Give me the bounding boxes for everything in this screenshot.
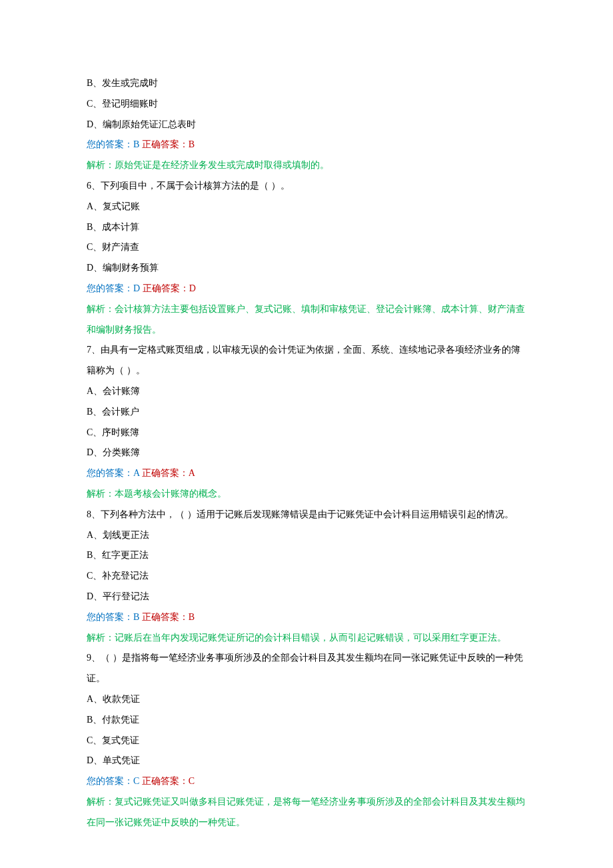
q6-option-a: A、复式记账 <box>87 197 526 217</box>
q8-option-b: B、红字更正法 <box>87 545 526 566</box>
q6-explanation: 解析：会计核算方法主要包括设置账户、复式记账、填制和审核凭证、登记会计账簿、成本… <box>87 299 526 341</box>
q5-option-d: D、编制原始凭证汇总表时 <box>87 115 526 135</box>
q5-user-answer-label: 您的答案： <box>87 139 133 149</box>
q5-user-answer-value: B <box>133 139 139 149</box>
q7-option-c: C、序时账簿 <box>87 423 526 443</box>
q9-explanation: 解析：复式记账凭证又叫做多科目记账凭证，是将每一笔经济业务事项所涉及的全部会计科… <box>87 792 526 833</box>
q7-user-answer-value: A <box>133 468 139 478</box>
q8-option-a: A、划线更正法 <box>87 525 526 546</box>
q5-explanation: 解析：原始凭证是在经济业务发生或完成时取得或填制的。 <box>87 155 526 176</box>
q9-option-a: A、收款凭证 <box>87 689 526 710</box>
q6-option-b: B、成本计算 <box>87 217 526 238</box>
q5-answer-line: 您的答案：B 正确答案：B <box>87 135 526 155</box>
q8-correct-answer-value: B <box>189 612 195 622</box>
q8-option-c: C、补充登记法 <box>87 566 526 587</box>
q7-explain-label: 解析： <box>87 489 115 499</box>
q8-explanation: 解析：记账后在当年内发现记账凭证所记的会计科目错误，从而引起记账错误，可以采用红… <box>87 628 526 649</box>
q5-explain-label: 解析： <box>87 160 115 170</box>
q6-option-d: D、编制财务预算 <box>87 258 526 279</box>
q5-explain-body: 原始凭证是在经济业务发生或完成时取得或填制的。 <box>115 160 329 170</box>
q8-option-d: D、平行登记法 <box>87 587 526 607</box>
q9-correct-answer-label: 正确答案： <box>139 776 189 786</box>
q7-user-answer-label: 您的答案： <box>87 468 133 478</box>
q9-correct-answer-value: C <box>189 776 195 786</box>
q6-answer-line: 您的答案：D 正确答案：D <box>87 279 526 299</box>
q8-explain-label: 解析： <box>87 633 115 643</box>
q9-explain-label: 解析： <box>87 797 115 807</box>
q8-explain-body: 记账后在当年内发现记账凭证所记的会计科目错误，从而引起记账错误，可以采用红字更正… <box>115 633 506 643</box>
q5-correct-answer-value: B <box>189 139 195 149</box>
q9-option-d: D、单式凭证 <box>87 751 526 771</box>
q8-user-answer-label: 您的答案： <box>87 612 133 622</box>
q9-answer-line: 您的答案：C 正确答案：C <box>87 771 526 792</box>
q6-user-answer-label: 您的答案： <box>87 283 133 293</box>
q9-option-b: B、付款凭证 <box>87 710 526 731</box>
q9-user-answer-label: 您的答案： <box>87 776 133 786</box>
q7-option-b: B、会计账户 <box>87 402 526 423</box>
q7-option-a: A、会计账簿 <box>87 381 526 402</box>
q7-answer-line: 您的答案：A 正确答案：A <box>87 463 526 484</box>
q7-explain-body: 本题考核会计账簿的概念。 <box>115 489 227 499</box>
q7-stem: 7、由具有一定格式账页组成，以审核无误的会计凭证为依据，全面、系统、连续地记录各… <box>87 340 526 381</box>
q5-option-c: C、登记明细账时 <box>87 94 526 115</box>
q8-answer-line: 您的答案：B 正确答案：B <box>87 607 526 628</box>
q7-correct-answer-value: A <box>189 468 195 478</box>
q8-user-answer-value: B <box>133 612 139 622</box>
q6-user-answer-value: D <box>133 283 140 293</box>
q6-explain-body: 会计核算方法主要包括设置账户、复式记账、填制和审核凭证、登记会计账簿、成本计算、… <box>87 304 525 335</box>
q8-stem: 8、下列各种方法中，（ ）适用于记账后发现账簿错误是由于记账凭证中会计科目运用错… <box>87 505 526 525</box>
q5-option-b: B、发生或完成时 <box>87 73 526 94</box>
q6-correct-answer-label: 正确答案： <box>140 283 189 293</box>
q7-explanation: 解析：本题考核会计账簿的概念。 <box>87 484 526 505</box>
q6-option-c: C、财产清查 <box>87 237 526 258</box>
q9-explain-body: 复式记账凭证又叫做多科目记账凭证，是将每一笔经济业务事项所涉及的全部会计科目及其… <box>87 797 525 827</box>
q7-correct-answer-label: 正确答案： <box>139 468 189 478</box>
q8-correct-answer-label: 正确答案： <box>139 612 189 622</box>
q6-correct-answer-value: D <box>189 283 196 293</box>
q6-stem: 6、下列项目中，不属于会计核算方法的是（ ）。 <box>87 176 526 197</box>
q9-option-c: C、复式凭证 <box>87 731 526 751</box>
q7-option-d: D、分类账簿 <box>87 443 526 463</box>
q5-correct-answer-label: 正确答案： <box>139 139 189 149</box>
q6-explain-label: 解析： <box>87 304 115 314</box>
q9-stem: 9、（ ）是指将每一笔经济业务事项所涉及的全部会计科目及其发生额均在同一张记账凭… <box>87 648 526 689</box>
q9-user-answer-value: C <box>133 776 139 786</box>
